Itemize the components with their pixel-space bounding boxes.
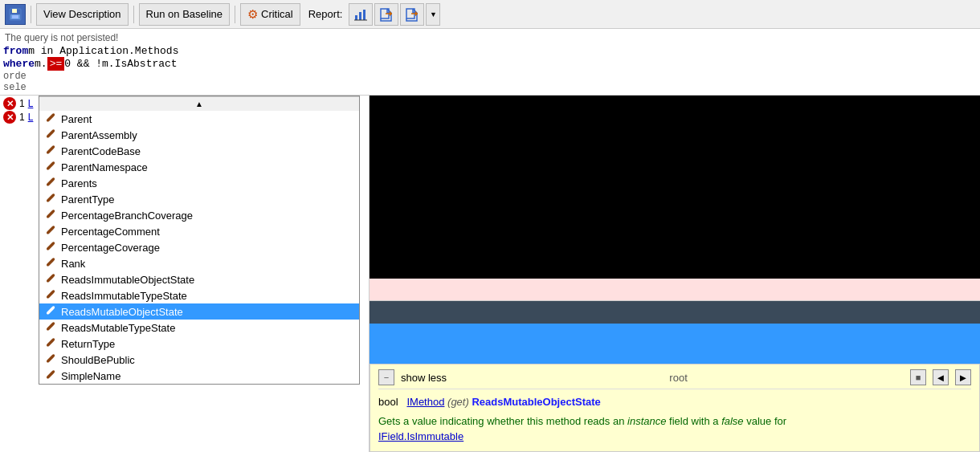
query-line2-rest: 0 && !m.IsAbstract bbox=[64, 58, 177, 70]
autocomplete-item[interactable]: ReadsImmutableObjectState bbox=[39, 271, 359, 287]
error-link-2[interactable]: L bbox=[28, 112, 34, 123]
query-line-2: where m. >= 0 && !m.IsAbstract bbox=[3, 57, 977, 71]
report-label: Report: bbox=[308, 8, 343, 20]
back-icon: ◄ bbox=[936, 372, 946, 384]
desc-italic-2: false bbox=[721, 415, 743, 427]
autocomplete-item-label: Parents bbox=[61, 177, 97, 189]
report-dropdown-button[interactable]: ▼ bbox=[426, 3, 440, 26]
report-bar-chart-button[interactable] bbox=[349, 3, 373, 26]
wrench-icon bbox=[46, 209, 56, 222]
right-panel: − show less root ■ ◄ ► bool bbox=[370, 96, 980, 452]
svg-point-12 bbox=[47, 120, 48, 121]
svg-point-20 bbox=[47, 248, 48, 250]
svg-point-23 bbox=[47, 296, 48, 298]
left-panel: ✕ 1 L ✕ 1 L ▲ ParentParentAssemblyParent… bbox=[0, 96, 370, 452]
desc-get: (get) bbox=[447, 396, 469, 408]
svg-point-14 bbox=[47, 152, 48, 153]
autocomplete-item-label: ReadsMutableTypeState bbox=[61, 322, 175, 334]
run-on-baseline-button[interactable]: Run on Baseline bbox=[139, 3, 230, 26]
wrench-icon bbox=[46, 273, 56, 286]
report-icons-group: ▼ bbox=[349, 3, 440, 26]
desc-interface-link[interactable]: IMethod bbox=[406, 396, 444, 408]
svg-rect-6 bbox=[363, 10, 365, 20]
desc-body-text-2: field with a bbox=[669, 415, 718, 427]
desc-stop-button[interactable]: ■ bbox=[910, 369, 926, 385]
toolbar: View Description Run on Baseline ⚙ Criti… bbox=[0, 0, 980, 29]
svg-rect-4 bbox=[355, 15, 357, 20]
wrench-icon bbox=[46, 321, 56, 334]
desc-field-link[interactable]: IField.IsImmutable bbox=[378, 430, 463, 442]
not-persisted-text: The query is not persisted! bbox=[3, 31, 977, 45]
desc-collapse-button[interactable]: − bbox=[378, 369, 394, 385]
wrench-icon bbox=[46, 257, 56, 270]
desc-content: bool IMethod (get) ReadsMutableObjectSta… bbox=[378, 394, 971, 445]
svg-point-19 bbox=[47, 232, 48, 234]
wrench-icon bbox=[46, 225, 56, 238]
dropdown-arrow-icon: ▼ bbox=[430, 10, 437, 18]
wrench-icon bbox=[46, 241, 56, 254]
wrench-icon bbox=[46, 337, 56, 350]
desc-body-line: Gets a value indicating whether this met… bbox=[378, 413, 971, 430]
dark-header-row bbox=[370, 301, 980, 324]
desc-signature-line: bool IMethod (get) ReadsMutableObjectSta… bbox=[378, 394, 971, 410]
autocomplete-item[interactable]: ParentType bbox=[39, 191, 359, 207]
wrench-icon bbox=[46, 145, 56, 157]
autocomplete-item[interactable]: ParentAssembly bbox=[39, 127, 359, 143]
desc-body-text-1: Gets a value indicating whether this met… bbox=[378, 415, 624, 427]
autocomplete-item[interactable]: SimpleName bbox=[39, 368, 359, 384]
autocomplete-item[interactable]: ParentCodeBase bbox=[39, 143, 359, 159]
pink-row bbox=[370, 279, 980, 301]
autocomplete-item[interactable]: ParentNamespace bbox=[39, 159, 359, 175]
right-top-area bbox=[370, 96, 980, 364]
svg-point-22 bbox=[47, 280, 48, 282]
wrench-icon bbox=[46, 353, 56, 366]
desc-back-button[interactable]: ◄ bbox=[933, 369, 949, 385]
query-line4-text: sele bbox=[3, 82, 27, 93]
critical-label: Critical bbox=[261, 8, 293, 20]
critical-button[interactable]: ⚙ Critical bbox=[240, 3, 300, 26]
save-button[interactable] bbox=[5, 4, 26, 25]
autocomplete-scroll-up[interactable]: ▲ bbox=[39, 96, 359, 111]
query-area: The query is not persisted! from m in Ap… bbox=[0, 29, 980, 96]
divider-2 bbox=[133, 6, 134, 23]
wrench-icon bbox=[46, 369, 56, 382]
view-description-label: View Description bbox=[43, 8, 121, 20]
wrench-icon bbox=[46, 112, 56, 125]
wrench-icon bbox=[46, 161, 56, 173]
show-less-label[interactable]: show less bbox=[401, 372, 447, 384]
error-link-1[interactable]: L bbox=[28, 98, 34, 109]
svg-point-16 bbox=[47, 184, 48, 185]
query-operator: >= bbox=[47, 57, 65, 71]
report-import-button[interactable] bbox=[400, 3, 424, 26]
autocomplete-item[interactable]: PercentageBranchCoverage bbox=[39, 207, 359, 223]
autocomplete-item[interactable]: Parent bbox=[39, 111, 359, 127]
autocomplete-item[interactable]: ReadsImmutableTypeState bbox=[39, 287, 359, 303]
autocomplete-item[interactable]: Rank bbox=[39, 255, 359, 271]
autocomplete-item[interactable]: ReadsMutableTypeState bbox=[39, 320, 359, 336]
autocomplete-item[interactable]: Parents bbox=[39, 175, 359, 191]
run-on-baseline-label: Run on Baseline bbox=[146, 8, 223, 20]
autocomplete-item-label: ParentCodeBase bbox=[61, 145, 141, 157]
desc-italic-1: instance bbox=[627, 415, 666, 427]
desc-toolbar: − show less root ■ ◄ ► bbox=[378, 369, 971, 389]
svg-rect-5 bbox=[359, 12, 361, 20]
svg-rect-1 bbox=[12, 9, 17, 13]
desc-forward-button[interactable]: ► bbox=[955, 369, 971, 385]
wrench-icon bbox=[46, 289, 56, 302]
svg-point-15 bbox=[47, 168, 48, 169]
autocomplete-item[interactable]: PercentageComment bbox=[39, 223, 359, 239]
autocomplete-item[interactable]: ReadsMutableObjectState bbox=[39, 303, 359, 320]
view-description-button[interactable]: View Description bbox=[36, 3, 129, 26]
svg-point-27 bbox=[47, 360, 48, 362]
desc-body-text-3: value for bbox=[746, 415, 786, 427]
autocomplete-item[interactable]: PercentageCoverage bbox=[39, 239, 359, 255]
autocomplete-item[interactable]: ReturnType bbox=[39, 336, 359, 352]
autocomplete-item[interactable]: ShouldBePublic bbox=[39, 352, 359, 368]
svg-point-26 bbox=[47, 344, 48, 346]
error-num-2: 1 bbox=[19, 112, 25, 123]
autocomplete-item-label: Rank bbox=[61, 258, 85, 270]
desc-property-name: ReadsMutableObjectState bbox=[472, 396, 600, 408]
wrench-icon bbox=[46, 305, 56, 318]
report-export-button[interactable] bbox=[374, 3, 398, 26]
autocomplete-list: ParentParentAssemblyParentCodeBaseParent… bbox=[39, 111, 359, 384]
